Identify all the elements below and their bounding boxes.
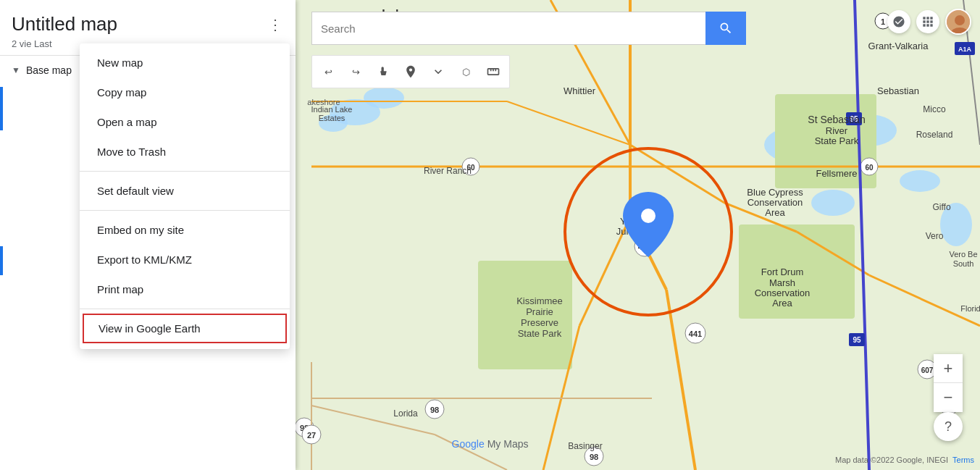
undo-button[interactable]: ↩ — [315, 59, 341, 85]
svg-text:South: South — [953, 259, 974, 268]
left-accent — [0, 87, 3, 130]
shape-button[interactable]: ⬡ — [453, 59, 479, 85]
search-icon — [719, 21, 733, 35]
marker-button[interactable] — [398, 59, 424, 85]
svg-text:State Park: State Park — [815, 135, 859, 146]
svg-text:27: 27 — [307, 431, 316, 440]
svg-text:95: 95 — [853, 336, 861, 344]
svg-point-5 — [811, 190, 855, 216]
dropdown-move-trash[interactable]: Move to Trash — [80, 137, 290, 167]
line-button[interactable] — [425, 59, 451, 85]
search-input[interactable] — [311, 12, 705, 45]
svg-text:Prairie: Prairie — [526, 306, 553, 317]
svg-text:Vero Be: Vero Be — [949, 250, 977, 259]
zoom-out-button[interactable]: − — [934, 383, 963, 412]
help-button[interactable]: ? — [934, 412, 963, 441]
basemap-arrow: ▼ — [12, 65, 20, 75]
svg-rect-12 — [478, 261, 572, 369]
watermark-google: Google — [452, 438, 485, 450]
map-title: Untitled map — [12, 13, 284, 35]
user-avatar[interactable] — [945, 9, 971, 35]
svg-text:Lorida: Lorida — [393, 408, 418, 419]
svg-text:Area: Area — [765, 207, 785, 218]
zoom-in-button[interactable]: + — [934, 354, 963, 383]
svg-text:Sebastian: Sebastian — [877, 85, 919, 96]
pan-icon — [376, 64, 390, 79]
svg-text:Micco: Micco — [923, 104, 946, 114]
svg-text:St Sebastian: St Sebastian — [808, 114, 865, 125]
watermark: Google My Maps — [452, 438, 529, 450]
svg-text:1: 1 — [881, 17, 885, 26]
svg-text:607: 607 — [921, 366, 934, 374]
dropdown-view-earth[interactable]: View in Google Earth — [83, 314, 287, 343]
svg-text:Marsh: Marsh — [769, 277, 795, 288]
dropdown-print-map[interactable]: Print map — [80, 274, 290, 304]
svg-text:akeshore: akeshore — [307, 98, 340, 106]
svg-text:Blue Cypress: Blue Cypress — [747, 187, 803, 198]
dropdown-embed-site[interactable]: Embed on my site — [80, 215, 290, 245]
route-svg — [892, 15, 905, 28]
svg-text:441: 441 — [689, 330, 702, 338]
svg-text:Kissimmee: Kissimmee — [516, 295, 563, 306]
dropdown-open-map[interactable]: Open a map — [80, 107, 290, 137]
svg-point-107 — [955, 15, 965, 25]
attribution-text: Map data ©2022 Google, INEGI — [835, 456, 948, 464]
dropdown-copy-map[interactable]: Copy map — [80, 77, 290, 107]
svg-text:River: River — [826, 125, 848, 136]
svg-text:Conservation: Conservation — [747, 197, 803, 208]
svg-text:Preserve: Preserve — [521, 317, 558, 328]
svg-text:A1A: A1A — [958, 46, 972, 53]
watermark-mymaps: My Maps — [487, 438, 529, 450]
zoom-controls: + − — [934, 354, 963, 412]
dropdown-divider-1 — [80, 171, 290, 172]
marker-icon — [403, 64, 418, 79]
terms-link[interactable]: Terms — [952, 456, 974, 464]
svg-point-105 — [641, 209, 656, 223]
svg-text:98: 98 — [430, 406, 439, 414]
dropdown-export-kml[interactable]: Export to KML/KMZ — [80, 245, 290, 274]
svg-text:Estates: Estates — [319, 114, 345, 122]
dropdown-set-default[interactable]: Set default view — [80, 176, 290, 206]
svg-text:Whittier: Whittier — [564, 85, 596, 96]
svg-text:Conservation: Conservation — [755, 288, 811, 298]
svg-text:Vero: Vero — [926, 231, 944, 241]
svg-text:Roseland: Roseland — [916, 130, 953, 140]
basemap-label: Base map — [26, 64, 72, 76]
top-right-icons — [887, 9, 971, 35]
svg-point-2 — [364, 87, 404, 109]
redo-button[interactable]: ↪ — [343, 59, 369, 85]
svg-text:Giffo: Giffo — [932, 202, 950, 212]
pan-button[interactable] — [370, 59, 396, 85]
route-icon[interactable] — [887, 10, 910, 33]
svg-point-7 — [900, 170, 940, 192]
measure-icon — [486, 64, 501, 79]
sidebar-header: Untitled map 2 vie Last ⋮ New map Copy m… — [0, 0, 296, 56]
svg-text:Fort Drum: Fort Drum — [761, 267, 804, 277]
svg-text:60: 60 — [865, 164, 874, 172]
svg-text:Grant-Valkaria: Grant-Valkaria — [868, 41, 929, 51]
grid-svg — [921, 14, 935, 29]
dropdown-divider-3 — [80, 309, 290, 309]
dropdown-new-map[interactable]: New map — [80, 48, 290, 77]
search-button[interactable] — [705, 12, 746, 45]
line-icon — [431, 64, 445, 79]
svg-text:Area: Area — [772, 298, 792, 309]
map-toolbar: ↩ ↪ ⬡ — [311, 55, 510, 88]
measure-button[interactable] — [480, 59, 506, 85]
map-attribution: Map data ©2022 Google, INEGI Terms — [835, 456, 974, 464]
meta-views: 2 vie — [12, 38, 31, 49]
meta-last: Last — [34, 38, 52, 49]
sidebar-menu-button[interactable]: ⋮ — [264, 13, 287, 36]
search-bar[interactable] — [311, 12, 746, 45]
svg-text:Basinger: Basinger — [568, 441, 602, 451]
svg-text:River Ranch: River Ranch — [424, 166, 472, 176]
avatar-svg — [947, 10, 971, 35]
svg-text:State Park: State Park — [518, 328, 562, 339]
dropdown-divider-2 — [80, 210, 290, 211]
svg-text:Fellsmere: Fellsmere — [816, 168, 857, 179]
svg-text:Florid: Florid — [960, 304, 980, 313]
grid-icon[interactable] — [916, 10, 939, 33]
sidebar: Untitled map 2 vie Last ⋮ New map Copy m… — [0, 0, 296, 470]
left-accent2 — [0, 246, 3, 275]
dropdown-menu: New map Copy map Open a map Move to Tras… — [80, 43, 290, 349]
